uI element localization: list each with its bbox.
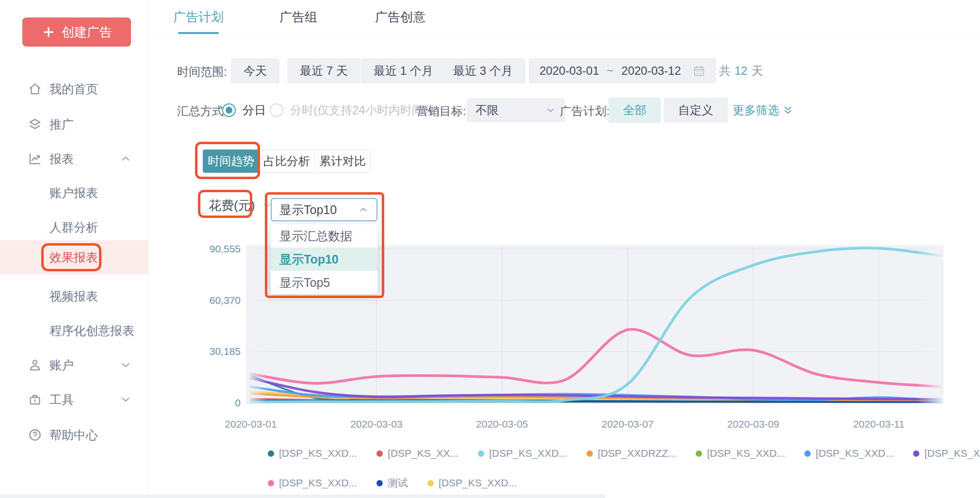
option-label: 显示Top10 (279, 251, 339, 267)
legend-label: [DSP_KS_XXD... (279, 448, 357, 459)
radio-by-hour[interactable] (270, 103, 283, 117)
range-1month-button[interactable]: 最近 1 个月 (361, 58, 446, 83)
date-start: 2020-03-01 (539, 64, 599, 78)
topn-option-top5[interactable]: 显示Top5 (271, 271, 377, 294)
chevron-up-icon (119, 152, 132, 165)
view-tab-proportion[interactable]: 占比分析 (259, 149, 315, 173)
view-tab-time-trend[interactable]: 时间趋势 (203, 149, 259, 173)
legend-dot (376, 450, 383, 457)
legend-item[interactable]: 测试 (376, 476, 408, 490)
legend-dot (478, 450, 484, 457)
active-tab-underline (178, 32, 219, 34)
double-chevron-down-icon (782, 104, 794, 116)
tab-label: 广告创意 (375, 9, 425, 26)
legend-item[interactable]: [DSP_KS_XXD... (478, 448, 567, 459)
legend-item[interactable]: [DSP_KS_XXD... (913, 448, 980, 459)
view-tab-cumulative[interactable]: 累计对比 (314, 149, 371, 173)
sidebar-item-effect-report[interactable]: 效果报表 (49, 240, 98, 274)
date-range-picker[interactable]: 2020-03-01 ~ 2020-03-12 (529, 58, 716, 83)
legend-dot (268, 480, 274, 486)
topn-dropdown-menu: 显示汇总数据 显示Top10 显示Top5 (271, 224, 377, 294)
summary-mode-label: 汇总方式: (177, 103, 227, 119)
sidebar-item-reports[interactable]: 报表 (0, 147, 148, 170)
more-filters-link[interactable]: 更多筛选 (733, 98, 794, 123)
chart-legend-row-2: [DSP_KS_XXD... 测试 [DSP_KS_XXD... (268, 476, 517, 490)
svg-text:2020-03-03: 2020-03-03 (350, 418, 402, 430)
chip-label: 最近 3 个月 (453, 63, 513, 79)
chart-legend-row-1: [DSP_KS_XXD... [DSP_KS_XX... [DSP_KS_XXD… (268, 448, 980, 459)
total-days: 共 12 天 (719, 58, 763, 83)
sidebar-item-label: 推广 (49, 116, 74, 133)
create-ad-button[interactable]: 创建广告 (22, 17, 131, 47)
vtab-label: 累计对比 (319, 153, 366, 169)
user-icon (27, 357, 43, 373)
range-today-button[interactable]: 今天 (231, 58, 279, 83)
legend-item[interactable]: [DSP_KS_XXD... (804, 448, 894, 459)
sidebar-item-label: 报表 (49, 151, 74, 167)
date-end: 2020-03-12 (621, 64, 681, 78)
ad-plan-custom-button[interactable]: 自定义 (664, 98, 728, 123)
legend-dot (696, 450, 702, 457)
tab-ad-creative[interactable]: 广告创意 (375, 0, 425, 34)
topn-option-top10[interactable]: 显示Top10 (271, 248, 377, 271)
radio-by-day-label[interactable]: 分日 (243, 98, 266, 123)
svg-text:0: 0 (235, 397, 241, 408)
effect-report-page: 创建广告 我的首页 推广 报表 账户报表 人群分 (0, 0, 980, 498)
svg-text:2020-03-09: 2020-03-09 (727, 418, 779, 430)
topn-option-summary[interactable]: 显示汇总数据 (271, 224, 377, 248)
sidebar-item-video-report[interactable]: 视频报表 (0, 284, 148, 308)
marketing-goal-select[interactable]: 不限 (467, 98, 565, 122)
sidebar-item-help-center[interactable]: 帮助中心 (0, 423, 148, 447)
bottom-page-strip (0, 495, 605, 498)
create-ad-label: 创建广告 (62, 24, 112, 41)
sidebar-item-label: 效果报表 (49, 249, 98, 266)
sidebar-item-home[interactable]: 我的首页 (0, 77, 148, 100)
chevron-down-icon (119, 393, 132, 406)
legend-label: [DSP_KS_XXD... (816, 448, 894, 459)
select-value: 不限 (475, 102, 499, 118)
range-7days-button[interactable]: 最近 7 天 (287, 58, 360, 83)
svg-text:30,185: 30,185 (210, 346, 241, 357)
legend-item[interactable]: [DSP_KS_XXD... (268, 477, 357, 489)
sidebar-item-account-report[interactable]: 账户报表 (0, 181, 148, 204)
sidebar-item-audience-analysis[interactable]: 人群分析 (0, 216, 148, 239)
sidebar-item-label: 我的首页 (49, 81, 98, 97)
metric-selector[interactable]: 花费(元) (209, 193, 272, 217)
sidebar-item-programmatic-creative-report[interactable]: 程序化创意报表 (0, 319, 148, 342)
legend-item[interactable]: [DSP_KS_XXD... (268, 448, 357, 459)
sidebar-item-label: 工具 (49, 392, 74, 408)
range-3months-button[interactable]: 最近 3 个月 (441, 58, 525, 83)
legend-label: [DSP_KS_XXD... (439, 477, 517, 489)
sidebar-item-account[interactable]: 账户 (0, 353, 148, 377)
legend-item[interactable]: [DSP_KS_XXD... (696, 448, 785, 459)
legend-dot (268, 450, 274, 457)
chevron-up-icon (358, 204, 369, 215)
sidebar-item-label: 帮助中心 (49, 427, 98, 443)
tab-label: 广告计划 (173, 9, 224, 26)
total-days-suffix: 天 (751, 63, 763, 79)
svg-text:2020-03-11: 2020-03-11 (853, 418, 905, 430)
tab-ad-plan[interactable]: 广告计划 (173, 0, 224, 34)
total-days-prefix: 共 (719, 63, 731, 79)
legend-dot (427, 480, 434, 486)
sidebar-item-tools[interactable]: 工具 (0, 388, 148, 411)
tab-ad-group[interactable]: 广告组 (279, 0, 317, 34)
radio-by-day[interactable] (222, 103, 236, 117)
legend-item[interactable]: [DSP_XXDRZZ... (587, 448, 676, 459)
metric-label: 花费(元) (209, 197, 255, 214)
ad-plan-all-button[interactable]: 全部 (608, 98, 661, 123)
sidebar-item-promotion[interactable]: 推广 (0, 113, 148, 136)
sidebar-item-label: 程序化创意报表 (49, 323, 134, 339)
chart-view-tabs: 时间趋势 占比分析 累计对比 (203, 149, 371, 173)
legend-dot (804, 450, 811, 457)
chip-label: 全部 (623, 102, 646, 118)
topn-select[interactable]: 显示Top10 (271, 198, 377, 221)
legend-item[interactable]: [DSP_KS_XX... (376, 448, 458, 459)
chevron-down-icon (545, 105, 556, 116)
home-icon (27, 81, 43, 97)
legend-item[interactable]: [DSP_KS_XXD... (427, 477, 517, 489)
total-days-value: 12 (735, 64, 748, 78)
toolbox-icon (27, 392, 43, 407)
option-label: 显示汇总数据 (279, 228, 352, 244)
legend-label: 测试 (388, 476, 408, 490)
